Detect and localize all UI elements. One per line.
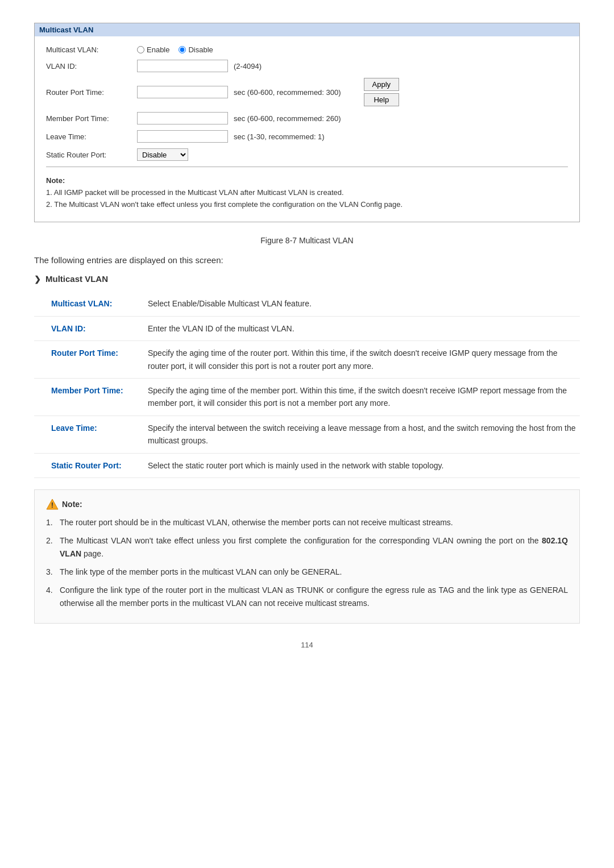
warn-item-num-3: 4. (46, 584, 60, 609)
intro-text: The following entries are displayed on t… (34, 255, 580, 265)
member-port-time-hint: sec (60-600, recommemed: 260) (234, 114, 341, 123)
warn-item-0: 1.The router port should be in the multi… (46, 516, 568, 529)
desc-term-2: Router Port Time: (34, 341, 148, 379)
multicast-vlan-radio-group: Enable Disable (137, 45, 213, 54)
desc-def-3: Specify the aging time of the member por… (148, 378, 580, 416)
note-line-1: 1. All IGMP packet will be processed in … (46, 188, 344, 197)
multicast-vlan-row: Multicast VLAN: Enable Disable (46, 45, 568, 54)
warn-item-num-2: 3. (46, 566, 60, 578)
member-port-time-row: Member Port Time: sec (60-600, recommeme… (46, 112, 568, 124)
desc-row-5: Static Router Port:Select the static rou… (34, 453, 580, 477)
enable-radio-label[interactable]: Enable (137, 45, 169, 54)
disable-radio[interactable] (179, 46, 186, 53)
vlan-id-row: VLAN ID: (2-4094) (46, 60, 568, 72)
router-port-time-label: Router Port Time: (46, 88, 137, 97)
help-button[interactable]: Help (364, 93, 400, 106)
section-arrow: ❯ (34, 275, 41, 284)
desc-term-3: Member Port Time: (34, 378, 148, 416)
note-line-2: 2. The Multicast VLAN won't take effect … (46, 200, 403, 209)
member-port-time-label: Member Port Time: (46, 114, 137, 123)
warn-list: 1.The router port should be in the multi… (46, 516, 568, 609)
section-title: Multicast VLAN (45, 274, 108, 284)
desc-row-1: VLAN ID:Enter the VLAN ID of the multica… (34, 316, 580, 340)
separator (46, 167, 568, 167)
desc-row-2: Router Port Time:Specify the aging time … (34, 341, 580, 379)
warn-item-text-1: The Multicast VLAN won't take effect unl… (60, 534, 568, 560)
buttons-col: Apply Help (352, 78, 400, 106)
apply-button[interactable]: Apply (364, 78, 400, 91)
enable-radio[interactable] (137, 46, 144, 53)
note-title: Note: (46, 176, 65, 185)
member-port-time-input[interactable] (137, 112, 228, 124)
desc-def-2: Specify the aging time of the router por… (148, 341, 580, 379)
desc-term-0: Multicast VLAN: (34, 292, 148, 316)
description-table: Multicast VLAN:Select Enable/Disable Mul… (34, 292, 580, 478)
desc-term-4: Leave Time: (34, 416, 148, 453)
section-heading: ❯ Multicast VLAN (34, 274, 580, 284)
warning-icon: ! (46, 498, 59, 510)
warn-item-num-1: 2. (46, 534, 60, 560)
warn-item-text-2: The link type of the member ports in the… (60, 566, 568, 578)
disable-radio-label[interactable]: Disable (179, 45, 213, 54)
desc-row-0: Multicast VLAN:Select Enable/Disable Mul… (34, 292, 580, 316)
warn-item-text-0: The router port should be in the multica… (60, 516, 568, 529)
warn-title: ! Note: (46, 498, 568, 510)
desc-term-5: Static Router Port: (34, 453, 148, 477)
leave-time-label: Leave Time: (46, 132, 137, 141)
vlan-id-hint: (2-4094) (234, 62, 262, 70)
multicast-vlan-label: Multicast VLAN: (46, 45, 137, 54)
warn-item-2: 3.The link type of the member ports in t… (46, 566, 568, 578)
router-port-time-hint: sec (60-600, recommemed: 300) (234, 88, 341, 97)
vlan-id-label: VLAN ID: (46, 62, 137, 70)
config-box-title: Multicast VLAN (35, 23, 579, 36)
desc-def-4: Specify the interval between the switch … (148, 416, 580, 453)
config-note: Note: 1. All IGMP packet will be process… (46, 175, 568, 210)
warn-box: ! Note: 1.The router port should be in t… (34, 489, 580, 624)
figure-caption: Figure 8-7 Multicast VLAN (34, 236, 580, 245)
warn-item-1: 2.The Multicast VLAN won't take effect u… (46, 534, 568, 560)
leave-time-row: Leave Time: sec (1-30, recommemed: 1) (46, 130, 568, 143)
static-router-port-row: Static Router Port: Disable (46, 148, 568, 161)
leave-time-input[interactable] (137, 130, 228, 143)
svg-text:!: ! (51, 501, 53, 509)
desc-def-5: Select the static router port which is m… (148, 453, 580, 477)
vlan-id-input[interactable] (137, 60, 228, 72)
static-router-port-select[interactable]: Disable (137, 148, 188, 161)
desc-term-1: VLAN ID: (34, 316, 148, 340)
desc-def-1: Enter the VLAN ID of the multicast VLAN. (148, 316, 580, 340)
desc-def-0: Select Enable/Disable Multicast VLAN fea… (148, 292, 580, 316)
desc-row-3: Member Port Time:Specify the aging time … (34, 378, 580, 416)
warn-item-3: 4.Configure the link type of the router … (46, 584, 568, 609)
desc-row-4: Leave Time:Specify the interval between … (34, 416, 580, 453)
enable-label: Enable (147, 45, 169, 54)
leave-time-hint: sec (1-30, recommemed: 1) (234, 132, 325, 141)
config-box: Multicast VLAN Multicast VLAN: Enable Di… (34, 23, 580, 222)
disable-label: Disable (188, 45, 213, 54)
warn-item-num-0: 1. (46, 516, 60, 529)
router-port-time-row: Router Port Time: sec (60-600, recommeme… (46, 78, 568, 106)
page-number: 114 (34, 641, 580, 649)
static-router-port-label: Static Router Port: (46, 151, 137, 159)
warn-title-text: Note: (62, 500, 82, 509)
warn-item-text-3: Configure the link type of the router po… (60, 584, 568, 609)
router-port-time-input[interactable] (137, 86, 228, 98)
